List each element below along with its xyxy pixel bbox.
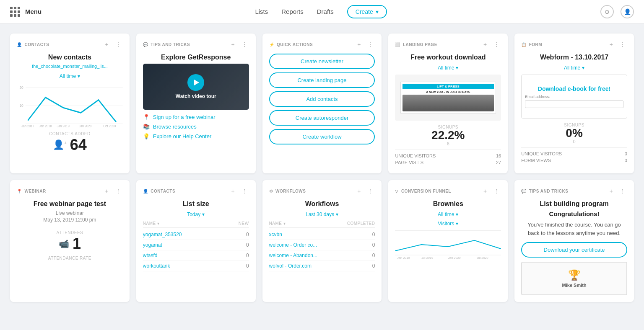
profile-icon[interactable]: 👤 (621, 5, 634, 18)
more-options-btn[interactable]: ⋮ (618, 187, 627, 195)
list-item: yogamat_353520 0 (143, 229, 249, 240)
play-button[interactable] (187, 74, 204, 91)
card-title: Brownies (395, 200, 501, 208)
more-options-btn[interactable]: ⋮ (492, 40, 501, 49)
navbar: Menu Lists Reports Drafts Create ▾ ⊙ 👤 (0, 0, 644, 23)
add-widget-btn[interactable]: + (608, 40, 615, 49)
more-options-btn[interactable]: ⋮ (114, 187, 123, 195)
time-filter[interactable]: All time ▾ (60, 73, 80, 79)
add-widget-btn[interactable]: + (482, 187, 488, 195)
svg-text:10: 10 (19, 103, 23, 108)
add-contacts-btn[interactable]: Add contacts (269, 91, 375, 107)
list-name-link[interactable]: yogamat_353520 (143, 232, 182, 237)
card-header: ▽ Conversion Funnel + ⋮ (395, 187, 501, 195)
lp-preview: LIFT & PRESS A NEW YOU – IN JUST 30 DAYS (395, 75, 501, 121)
card-webinar: 📍 Webinar + ⋮ Free webinar page test Liv… (10, 180, 130, 302)
svg-text:Jul 2019: Jul 2019 (422, 256, 434, 259)
nav-drafts[interactable]: Drafts (317, 8, 334, 15)
workflow-name-link[interactable]: wofvof - Order.com (269, 263, 312, 269)
dashboard-row-1: 👤 Contacts + ⋮ New contacts the_chocolat… (10, 34, 634, 173)
nav-lists[interactable]: Lists (255, 8, 268, 15)
more-options-btn[interactable]: ⋮ (366, 40, 375, 49)
svg-text:20: 20 (19, 85, 23, 90)
card-type-label: 💬 Tips and Tricks (143, 42, 190, 47)
more-options-btn[interactable]: ⋮ (492, 187, 501, 195)
more-options-btn[interactable]: ⋮ (114, 40, 123, 49)
menu-label: Menu (25, 8, 42, 15)
visitors-filter[interactable]: Visitors ▾ (395, 221, 501, 227)
nav-left: Menu (10, 7, 42, 17)
tips-icon: 💬 (143, 42, 148, 47)
form-preview: Download e-book for free! Email address: (521, 75, 627, 119)
notifications-icon[interactable]: ⊙ (600, 5, 614, 18)
brownies-chart: Jan 2019 Jul 2019 Jan 2020 Jul 2020 (395, 234, 501, 268)
quick-actions-icon: ⚡ (269, 42, 275, 47)
add-widget-btn[interactable]: + (482, 40, 488, 49)
add-widget-btn[interactable]: + (356, 40, 362, 49)
more-options-btn[interactable]: ⋮ (240, 187, 249, 195)
webinar-link[interactable]: 📍 Sign up for a free webinar (143, 114, 249, 120)
card-header: 👤 Contacts + ⋮ (17, 40, 123, 49)
workflow-name-link[interactable]: welcome - Order co... (269, 242, 317, 248)
list-name-link[interactable]: wtasfd (143, 253, 158, 258)
add-widget-btn[interactable]: + (229, 187, 236, 195)
nav-reports[interactable]: Reports (281, 8, 304, 15)
more-options-btn[interactable]: ⋮ (366, 187, 375, 195)
certificate-preview: 🏆 Mike Smith (521, 262, 627, 295)
card-form: 📋 Form + ⋮ Webform - 13.10.2017 All time… (514, 34, 634, 173)
time-filter[interactable]: All time ▾ (564, 65, 584, 71)
help-center-link[interactable]: 💡 Explore our Help Center (143, 133, 249, 139)
workflow-name-link[interactable]: welcome - Abandon... (269, 253, 317, 258)
add-widget-btn[interactable]: + (104, 187, 110, 195)
resources-link[interactable]: 📚 Browse resources (143, 124, 249, 130)
add-widget-btn[interactable]: + (104, 40, 110, 49)
card-workflows: ⚙ Workflows + ⋮ Workflows Last 30 days ▾… (262, 180, 382, 302)
list-item: welcome - Order co... 0 (269, 240, 375, 250)
more-options-btn[interactable]: ⋮ (240, 40, 249, 49)
add-person-icon: 👤+ (53, 139, 67, 150)
card-header: ⚡ Quick Actions + ⋮ (269, 40, 375, 49)
list-item: yogamat 0 (143, 240, 249, 250)
card-type-label: ⬜ Landing Page (395, 42, 437, 47)
add-widget-btn[interactable]: + (608, 187, 615, 195)
card-title: Free workout download (395, 54, 501, 61)
add-widget-btn[interactable]: + (229, 40, 236, 49)
card-actions: + ⋮ (608, 187, 627, 195)
list-name-link[interactable]: yogamat (143, 242, 162, 248)
form-icon: 📋 (521, 42, 527, 47)
add-widget-btn[interactable]: + (356, 187, 362, 195)
card-header: 📋 Form + ⋮ (521, 40, 627, 49)
list-item: wofvof - Order.com 0 (269, 261, 375, 271)
list-link[interactable]: the_chocolate_monster_mailing_lis... (17, 64, 123, 69)
create-autoresponder-btn[interactable]: Create autoresponder (269, 110, 375, 126)
contacts-added-label: CONTACTS ADDED (17, 131, 123, 136)
download-certificate-btn[interactable]: Download your certificate (521, 242, 627, 258)
card-title: Explore GetResponse (143, 54, 249, 61)
create-landing-page-btn[interactable]: Create landing page (269, 72, 375, 88)
svg-text:Jan 2019: Jan 2019 (57, 124, 70, 128)
create-button[interactable]: Create ▾ (347, 5, 387, 18)
card-landing-page: ⬜ Landing Page + ⋮ Free workout download… (388, 34, 508, 173)
nav-right: ⊙ 👤 (600, 5, 634, 18)
list-name-link[interactable]: workouttank (143, 263, 170, 269)
video-overlay: Watch video tour (143, 64, 249, 110)
more-options-btn[interactable]: ⋮ (618, 40, 627, 49)
time-filter[interactable]: All time ▾ (438, 65, 458, 71)
video-label: Watch video tour (176, 93, 216, 99)
time-filter[interactable]: Last 30 days ▾ (306, 211, 338, 217)
card-actions: + ⋮ (482, 187, 501, 195)
workflow-name-link[interactable]: xcvbn (269, 232, 282, 237)
workflows-icon: ⚙ (269, 189, 273, 193)
resources-icon: 📚 (143, 124, 150, 130)
signups-stat: SIGNUPS 0% 0 (521, 123, 627, 144)
menu-icon[interactable] (10, 7, 20, 17)
create-newsletter-btn[interactable]: Create newsletter (269, 54, 375, 69)
form-email-input-preview (525, 101, 623, 108)
card-list-size: 👤 Contacts + ⋮ List size Today ▾ NAME ▾ (136, 180, 256, 302)
create-workflow-btn[interactable]: Create workflow (269, 129, 375, 144)
unique-visitors-row: UNIQUE VISITORS 16 (395, 153, 501, 158)
time-filter-1[interactable]: All time ▾ (438, 211, 458, 217)
time-filter[interactable]: Today ▾ (187, 211, 205, 217)
attendance-rate-label: ATTENDANCE RATE (17, 256, 123, 260)
main-content: 👤 Contacts + ⋮ New contacts the_chocolat… (0, 23, 644, 312)
